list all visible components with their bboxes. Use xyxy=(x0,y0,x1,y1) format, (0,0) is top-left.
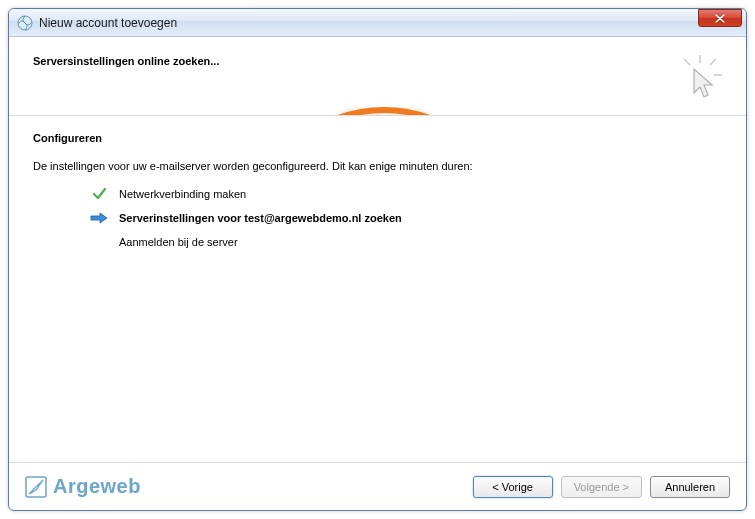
dialog-window: Nieuw account toevoegen Serversinstellin… xyxy=(8,8,747,511)
checkmark-icon xyxy=(89,186,109,202)
step-item: Serverinstellingen voor test@argewebdemo… xyxy=(89,210,722,226)
close-button[interactable] xyxy=(698,9,742,27)
svg-line-2 xyxy=(710,59,716,65)
config-section: Configureren De instellingen voor uw e-m… xyxy=(9,116,746,462)
empty-icon xyxy=(89,234,109,250)
app-icon xyxy=(17,15,33,31)
section-title: Configureren xyxy=(33,132,722,144)
svg-line-4 xyxy=(684,59,690,65)
dialog-content: Serversinstellingen online zoeken... Con… xyxy=(9,37,746,510)
close-icon xyxy=(715,14,725,23)
footer: Argeweb < Vorige Volgende > Annuleren xyxy=(9,462,746,510)
cursor-click-icon xyxy=(676,53,724,101)
step-label: Aanmelden bij de server xyxy=(119,236,238,248)
back-button[interactable]: < Vorige xyxy=(473,476,553,498)
step-label: Netwerkverbinding maken xyxy=(119,188,246,200)
logo: Argeweb xyxy=(25,475,141,498)
logo-icon xyxy=(25,476,47,498)
intro-text: De instellingen voor uw e-mailserver wor… xyxy=(33,160,722,172)
next-button[interactable]: Volgende > xyxy=(561,476,642,498)
arrow-right-icon xyxy=(89,210,109,226)
titlebar: Nieuw account toevoegen xyxy=(9,9,746,37)
step-list: Netwerkverbinding maken Serverinstelling… xyxy=(33,186,722,250)
step-item: Netwerkverbinding maken xyxy=(89,186,722,202)
window-title: Nieuw account toevoegen xyxy=(39,16,742,30)
logo-text: Argeweb xyxy=(53,475,141,498)
header-section: Serversinstellingen online zoeken... xyxy=(9,37,746,107)
decorative-arc xyxy=(248,107,508,115)
step-label: Serverinstellingen voor test@argewebdemo… xyxy=(119,212,402,224)
cancel-button[interactable]: Annuleren xyxy=(650,476,730,498)
step-item: Aanmelden bij de server xyxy=(89,234,722,250)
footer-buttons: < Vorige Volgende > Annuleren xyxy=(473,476,730,498)
header-title: Serversinstellingen online zoeken... xyxy=(33,55,722,67)
